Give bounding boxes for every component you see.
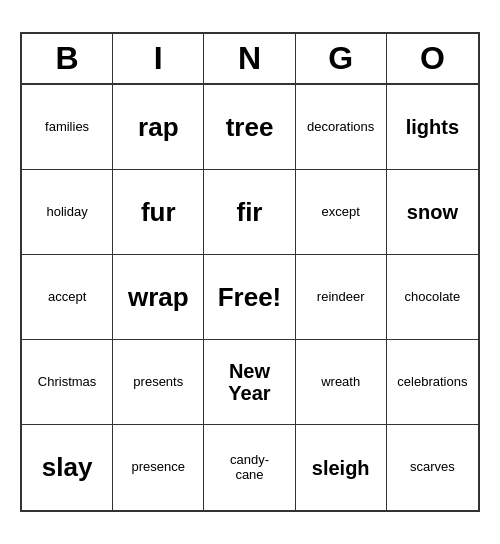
header-letter: N <box>204 34 295 83</box>
bingo-cell: NewYear <box>204 340 295 425</box>
cell-text: wrap <box>128 283 189 312</box>
bingo-cell: reindeer <box>296 255 387 340</box>
header-letter: G <box>296 34 387 83</box>
cell-text: decorations <box>307 120 374 134</box>
cell-text: chocolate <box>405 290 461 304</box>
bingo-cell: slay <box>22 425 113 510</box>
cell-text: sleigh <box>312 457 370 479</box>
bingo-cell: wrap <box>113 255 204 340</box>
cell-text: NewYear <box>228 360 270 404</box>
bingo-cell: celebrations <box>387 340 478 425</box>
bingo-cell: wreath <box>296 340 387 425</box>
cell-text: slay <box>42 453 93 482</box>
cell-text: families <box>45 120 89 134</box>
bingo-cell: rap <box>113 85 204 170</box>
bingo-cell: fir <box>204 170 295 255</box>
bingo-cell: scarves <box>387 425 478 510</box>
bingo-cell: holiday <box>22 170 113 255</box>
bingo-cell: tree <box>204 85 295 170</box>
cell-text: holiday <box>46 205 87 219</box>
header-letter: O <box>387 34 478 83</box>
cell-text: reindeer <box>317 290 365 304</box>
cell-text: candy-cane <box>230 453 269 482</box>
cell-text: presence <box>132 460 185 474</box>
cell-text: scarves <box>410 460 455 474</box>
cell-text: Free! <box>218 283 282 312</box>
bingo-cell: fur <box>113 170 204 255</box>
cell-text: lights <box>406 116 459 138</box>
bingo-cell: accept <box>22 255 113 340</box>
bingo-cell: decorations <box>296 85 387 170</box>
cell-text: snow <box>407 201 458 223</box>
bingo-cell: Free! <box>204 255 295 340</box>
cell-text: Christmas <box>38 375 97 389</box>
cell-text: fur <box>141 198 176 227</box>
cell-text: rap <box>138 113 178 142</box>
cell-text: celebrations <box>397 375 467 389</box>
bingo-cell: sleigh <box>296 425 387 510</box>
cell-text: fir <box>236 198 262 227</box>
bingo-cell: snow <box>387 170 478 255</box>
header-letter: I <box>113 34 204 83</box>
bingo-grid: familiesraptreedecorationslightsholidayf… <box>22 85 478 510</box>
bingo-cell: lights <box>387 85 478 170</box>
bingo-cell: chocolate <box>387 255 478 340</box>
bingo-header: BINGO <box>22 34 478 85</box>
cell-text: except <box>322 205 360 219</box>
header-letter: B <box>22 34 113 83</box>
bingo-cell: Christmas <box>22 340 113 425</box>
cell-text: tree <box>226 113 274 142</box>
bingo-cell: presents <box>113 340 204 425</box>
cell-text: accept <box>48 290 86 304</box>
bingo-card: BINGO familiesraptreedecorationslightsho… <box>20 32 480 512</box>
bingo-cell: except <box>296 170 387 255</box>
bingo-cell: presence <box>113 425 204 510</box>
bingo-cell: candy-cane <box>204 425 295 510</box>
cell-text: presents <box>133 375 183 389</box>
cell-text: wreath <box>321 375 360 389</box>
bingo-cell: families <box>22 85 113 170</box>
